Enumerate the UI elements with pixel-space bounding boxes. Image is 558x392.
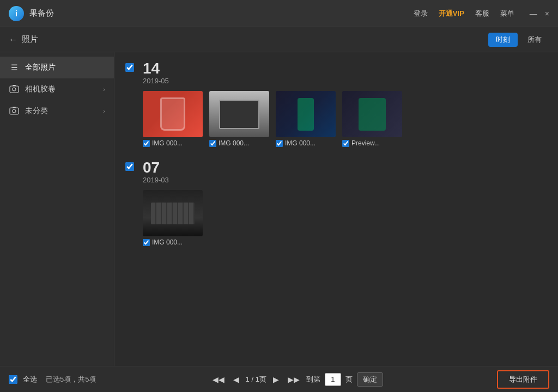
bottombar-right: 导出附件 bbox=[497, 370, 549, 389]
titlebar: i 果备份 登录 开通VIP 客服 菜单 — × bbox=[0, 0, 558, 27]
select-all-label: 全选 bbox=[23, 375, 37, 384]
filter-buttons: 时刻 所有 bbox=[488, 33, 549, 47]
photo-label: IMG 000... bbox=[209, 139, 249, 147]
chevron-right-icon: › bbox=[103, 108, 105, 114]
photo-checkbox[interactable] bbox=[143, 140, 150, 147]
photos-row-may: IMG 000... IMG 000... IMG 000. bbox=[143, 91, 547, 147]
app-title: 果备份 bbox=[29, 8, 54, 19]
sidebar-item-label: 全部照片 bbox=[25, 63, 56, 72]
group-header: 07 2019-03 bbox=[125, 160, 547, 183]
bottombar-left: 全选 已选5项，共5项 bbox=[9, 375, 96, 384]
svg-rect-3 bbox=[10, 108, 19, 114]
goto-page-input[interactable] bbox=[325, 373, 341, 386]
titlebar-right: 登录 开通VIP 客服 菜单 — × bbox=[414, 9, 549, 19]
photo-item: IMG 000... bbox=[143, 190, 203, 246]
app-icon: i bbox=[9, 6, 24, 21]
photo-item: Preview... bbox=[342, 91, 402, 147]
photo-thumbnail[interactable] bbox=[276, 91, 336, 137]
minimize-button[interactable]: — bbox=[530, 10, 537, 17]
svg-point-4 bbox=[13, 109, 16, 113]
photos-row-march: IMG 000... bbox=[143, 190, 547, 246]
group-header: 14 2019-05 bbox=[125, 61, 547, 84]
photo-checkbox[interactable] bbox=[209, 140, 216, 147]
sidebar: ☰ 全部照片 相机胶卷 › bbox=[0, 52, 114, 366]
photo-thumbnail[interactable] bbox=[143, 91, 203, 137]
service-button[interactable]: 客服 bbox=[475, 9, 489, 19]
svg-rect-0 bbox=[10, 86, 19, 93]
app-icon-text: i bbox=[15, 9, 17, 18]
content-area: 14 2019-05 IMG 000... bbox=[114, 52, 558, 366]
sidebar-item-label: 未分类 bbox=[25, 106, 48, 116]
group-day: 07 bbox=[143, 160, 169, 175]
filter-moment-button[interactable]: 时刻 bbox=[488, 33, 518, 47]
photo-label: IMG 000... bbox=[143, 139, 183, 147]
photo-label: Preview... bbox=[342, 139, 380, 147]
photo-thumbnail[interactable] bbox=[342, 91, 402, 137]
group-month: 2019-05 bbox=[143, 77, 169, 84]
photo-item: IMG 000... bbox=[209, 91, 269, 147]
photo-filename: IMG 000... bbox=[285, 139, 316, 147]
photo-thumbnail[interactable] bbox=[209, 91, 269, 137]
menu-button[interactable]: 菜单 bbox=[500, 9, 514, 19]
close-button[interactable]: × bbox=[545, 10, 549, 17]
photo-item: IMG 000... bbox=[276, 91, 336, 147]
group-date: 07 2019-03 bbox=[143, 160, 169, 183]
photo-filename: IMG 000... bbox=[219, 139, 249, 147]
window-controls: — × bbox=[530, 10, 549, 17]
photo-checkbox[interactable] bbox=[276, 140, 283, 147]
photo-item: IMG 000... bbox=[143, 91, 203, 147]
login-button[interactable]: 登录 bbox=[414, 9, 428, 19]
page-info: 1 / 1页 bbox=[246, 375, 266, 384]
photo-thumbnail[interactable] bbox=[143, 190, 203, 236]
sidebar-item-camera-roll[interactable]: 相机胶卷 › bbox=[0, 78, 114, 100]
sidebar-item-uncategorized[interactable]: 未分类 › bbox=[0, 100, 114, 122]
chevron-right-icon: › bbox=[103, 86, 105, 93]
group-checkbox-may[interactable] bbox=[125, 63, 134, 72]
svg-point-1 bbox=[13, 88, 16, 91]
first-page-button[interactable]: ◀◀ bbox=[210, 374, 227, 385]
all-photos-icon: ☰ bbox=[9, 62, 20, 73]
export-button[interactable]: 导出附件 bbox=[497, 370, 549, 389]
page-title: 照片 bbox=[22, 34, 38, 45]
photo-group-march: 07 2019-03 IMG 000... bbox=[125, 160, 547, 246]
photo-label: IMG 000... bbox=[276, 139, 316, 147]
photo-group-may: 14 2019-05 IMG 000... bbox=[125, 61, 547, 147]
navbar: ← 照片 时刻 所有 bbox=[0, 27, 558, 52]
photo-checkbox[interactable] bbox=[143, 239, 150, 246]
titlebar-left: i 果备份 bbox=[9, 6, 54, 21]
prev-page-button[interactable]: ◀ bbox=[231, 374, 241, 385]
photo-filename: IMG 000... bbox=[152, 238, 183, 246]
next-page-button[interactable]: ▶ bbox=[271, 374, 281, 385]
photo-filename: Preview... bbox=[351, 139, 380, 147]
select-info: 已选5项，共5项 bbox=[46, 375, 96, 384]
navbar-left: ← 照片 bbox=[9, 34, 38, 45]
group-date: 14 2019-05 bbox=[143, 61, 169, 84]
photo-filename: IMG 000... bbox=[152, 139, 183, 147]
goto-prefix: 到第 bbox=[306, 375, 320, 384]
svg-rect-2 bbox=[13, 85, 16, 86]
camera-roll-icon bbox=[9, 84, 20, 95]
filter-all-button[interactable]: 所有 bbox=[520, 33, 549, 47]
svg-rect-5 bbox=[13, 107, 16, 108]
bottombar: 全选 已选5项，共5项 ◀◀ ◀ 1 / 1页 ▶ ▶▶ 到第 页 确定 导出附… bbox=[0, 366, 558, 392]
goto-suffix: 页 bbox=[345, 375, 353, 384]
vip-button[interactable]: 开通VIP bbox=[439, 9, 464, 19]
photo-label: IMG 000... bbox=[143, 238, 183, 246]
back-button[interactable]: ← bbox=[9, 35, 17, 45]
pagination: ◀◀ ◀ 1 / 1页 ▶ ▶▶ 到第 页 确定 bbox=[210, 372, 383, 387]
sidebar-item-all-photos[interactable]: ☰ 全部照片 bbox=[0, 57, 114, 78]
select-all-checkbox[interactable] bbox=[9, 375, 17, 384]
group-month: 2019-03 bbox=[143, 176, 169, 183]
group-day: 14 bbox=[143, 61, 169, 76]
photo-checkbox[interactable] bbox=[342, 140, 349, 147]
uncategorized-icon bbox=[9, 106, 20, 117]
group-checkbox-march[interactable] bbox=[125, 162, 134, 171]
main-area: ☰ 全部照片 相机胶卷 › bbox=[0, 52, 558, 366]
last-page-button[interactable]: ▶▶ bbox=[286, 374, 302, 385]
sidebar-item-label: 相机胶卷 bbox=[25, 84, 56, 94]
goto-confirm-button[interactable]: 确定 bbox=[357, 372, 383, 387]
